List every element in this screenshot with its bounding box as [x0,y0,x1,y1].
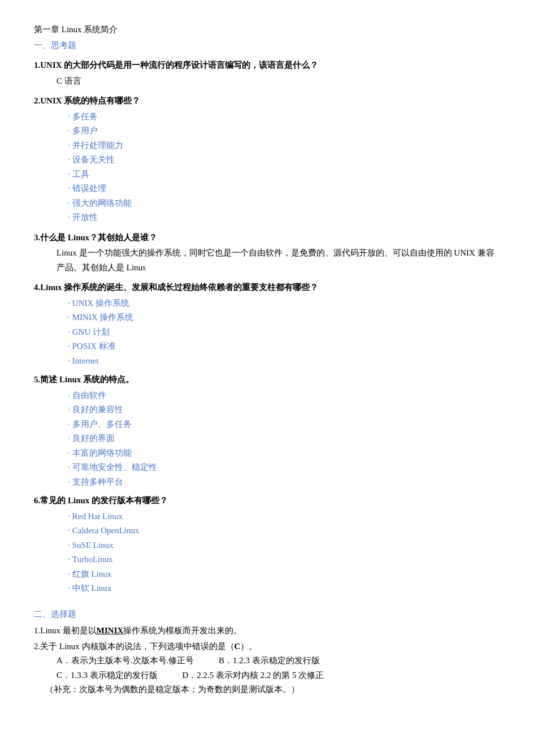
q1-text: 的大部分代码是用一种流行的程序设计语言编写的，该语言是什么？ [62,61,319,70]
question-6: 6.常见的 Linux 的发行版本有哪些？ [34,494,500,508]
q6-bullets: Red Hat Linux Caldera OpenLinux SuSE Lin… [68,509,500,596]
q6-bold: 常见的 Linux [40,496,89,505]
q2-bullets: 多任务 多用户 并行处理能力 设备无关性 工具 错误处理 强大的网络功能 开放性 [68,110,500,225]
q5-bold: 简述 Linux [40,375,81,384]
q6-bullet-3: SuSE Linux [68,538,500,553]
c2-options-line1: A．表示为主版本号.次版本号.修正号 B．1.2.3 表示稳定的发行版 [57,654,500,668]
q5-bullet-5: 丰富的网络功能 [68,446,500,461]
c2-text: 2.关于 Linux 内核版本的说法，下列选项中错误的是（ [34,642,235,651]
q1-answer: C 语言 [57,74,500,89]
q4-bullet-4: POSIX 标准 [68,339,500,354]
c2-options-line2: C．1.3.3 表示稳定的发行版 D．2.2.5 表示对内核 2.2 的第 5 … [57,668,500,683]
q5-bullet-1: 自由软件 [68,388,500,403]
q6-bullet-6: 中软 Linux [68,581,500,596]
q4-text: 操作系统的诞生、发展和成长过程始终依赖者的重要支柱都有哪些？ [62,283,319,292]
q2-bold: UNIX [40,96,62,105]
q4-bullet-3: GNU 计划 [68,325,500,340]
choice-q2: 2.关于 Linux 内核版本的说法，下列选项中错误的是（C）。 [34,640,500,654]
q2-bullet-6: 错误处理 [68,182,500,196]
q2-bullet-7: 强大的网络功能 [68,196,500,211]
q2-bullet-8: 开放性 [68,210,500,225]
q4-label: 4. [34,283,40,292]
c2-option-c: C．1.3.3 表示稳定的发行版 [57,671,158,680]
q4-bullet-1: UNIX 操作系统 [68,296,500,311]
c2-text-end: ）。 [240,642,257,651]
q6-label: 6. [34,496,40,505]
q3-bold: 什么是 Linux？其创始人是谁？ [40,233,157,242]
q3-answer: Linux 是一个功能强大的操作系统，同时它也是一个自由软件，是免费的、源代码开… [57,246,500,275]
c2-option-a: A．表示为主版本号.次版本号.修正号 [57,656,194,665]
q2-bullet-4: 设备无关性 [68,153,500,167]
q4-bullet-2: MINIX 操作系统 [68,310,500,325]
question-1: 1.UNIX 的大部分代码是用一种流行的程序设计语言编写的，该语言是什么？ [34,58,500,73]
q4-bullets: UNIX 操作系统 MINIX 操作系统 GNU 计划 POSIX 标准 Int… [68,296,500,369]
c2-option-b: B．1.2.3 表示稳定的发行版 [219,656,320,665]
q1-label: 1. [34,61,40,70]
q2-bullet-1: 多任务 [68,110,500,124]
q2-bullet-2: 多用户 [68,124,500,139]
question-2: 2.UNIX 系统的特点有哪些？ [34,94,500,109]
question-5: 5.简述 Linux 系统的特点。 [34,373,500,387]
c2-option-d: D．2.2.5 表示对内核 2.2 的第 5 次修正 [183,671,324,680]
q6-text: 的发行版本有哪些？ [89,496,168,505]
choice-q1: 1.Linux 最初是以MINIX操作系统为模板而开发出来的。 [34,624,500,638]
q2-text: 系统的特点有哪些？ [62,96,141,105]
q5-bullet-2: 良好的兼容性 [68,403,500,417]
q2-bullet-5: 工具 [68,167,500,182]
question-3: 3.什么是 Linux？其创始人是谁？ [34,231,500,245]
q1-bold: UNIX [40,61,62,70]
c1-text-after: 操作系统为模板而开发出来的。 [123,626,242,635]
q5-bullet-4: 良好的界面 [68,431,500,446]
q2-bullet-3: 并行处理能力 [68,139,500,153]
q4-bold: Linux [40,283,62,292]
q5-bullet-3: 多用户、多任务 [68,417,500,432]
section2-title: 二、选择题 [34,607,500,622]
c1-text-before: 1.Linux 最初是以 [34,626,97,635]
q6-bullet-1: Red Hat Linux [68,509,500,524]
c2-supplement: （补充：次版本号为偶数的是稳定版本；为奇数的则是测试版本。） [45,682,500,697]
q5-bullet-7: 支持多种平台 [68,475,500,490]
q2-label: 2. [34,96,40,105]
q6-bullet-5: 红旗 Linux [68,567,500,582]
q4-bullet-5: Internet [68,354,500,369]
q6-bullet-4: TurboLinux [68,552,500,567]
q5-bullets: 自由软件 良好的兼容性 多用户、多任务 良好的界面 丰富的网络功能 可靠地安全性… [68,388,500,490]
question-4: 4.Linux 操作系统的诞生、发展和成长过程始终依赖者的重要支柱都有哪些？ [34,280,500,295]
chapter-title: 第一章 Linux 系统简介 [34,23,500,37]
c2-bold-answer: C [235,642,241,651]
q5-bullet-6: 可靠地安全性、稳定性 [68,460,500,475]
section1-title: 一、思考题 [34,38,500,53]
q5-label: 5. [34,375,40,384]
c1-underline-bold: MINIX [97,626,124,635]
q6-bullet-2: Caldera OpenLinux [68,524,500,538]
q5-text: 系统的特点。 [81,375,134,384]
q3-label: 3. [34,233,40,242]
